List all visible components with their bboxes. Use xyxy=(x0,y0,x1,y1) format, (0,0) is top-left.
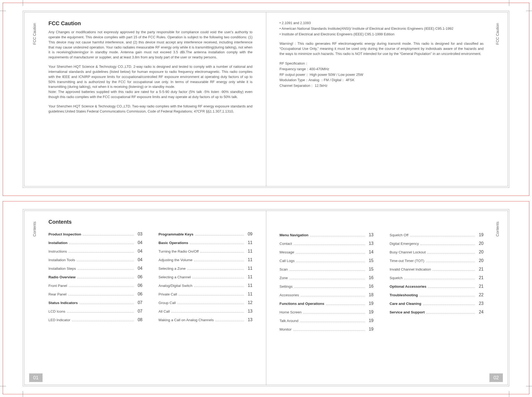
toc-row: Installation04 xyxy=(48,238,142,247)
toc-leader-dots xyxy=(200,252,244,253)
toc-leader-dots xyxy=(83,235,134,235)
toc-row: Settings16 xyxy=(280,282,374,291)
toc-row: Functions and Operations19 xyxy=(280,299,374,308)
toc-leader-dots xyxy=(215,321,244,321)
toc-col-2: Programmable Keys09Basic Operations11Tur… xyxy=(158,230,252,324)
toc-page-number: 13 xyxy=(367,239,374,248)
spec-line: RF output power： High power 50W / Low po… xyxy=(280,72,484,78)
leaf-fcc-left: FCC Caution FCC Caution Any Changes or m… xyxy=(24,12,266,186)
toc-label: Time-out Timer (TOT) xyxy=(390,257,424,264)
toc-label: All Call xyxy=(158,308,170,315)
toc-label: Talk Around xyxy=(280,317,299,324)
toc-row: Busy Channel Lockout20 xyxy=(390,248,484,256)
crop-tick xyxy=(0,11,6,11)
contents-title: Contents xyxy=(48,219,253,225)
toc-leader-dots xyxy=(178,295,244,295)
toc-label: Instructions xyxy=(48,248,67,255)
toc-leader-dots xyxy=(78,269,134,270)
toc-row: Rear Panel06 xyxy=(48,290,142,298)
toc-page-number: 13 xyxy=(246,316,253,324)
rf-spec-block: RF Specification： Frequency range：400-47… xyxy=(280,61,484,89)
toc-columns-right: Menu Navigation13Contact13Message14Call … xyxy=(280,231,484,334)
toc-label: Home Screen xyxy=(280,309,302,316)
side-tab-right: FCC Caution xyxy=(495,23,500,45)
toc-leader-dots xyxy=(294,287,365,288)
toc-leader-dots xyxy=(301,296,365,296)
toc-label: Call Logs xyxy=(280,257,295,264)
toc-row: Installation Tools04 xyxy=(48,256,142,264)
toc-row: Selecting a Zone11 xyxy=(158,264,252,273)
toc-page-number: 19 xyxy=(367,308,374,316)
toc-leader-dots xyxy=(300,322,365,322)
toc-leader-dots xyxy=(69,252,134,253)
toc-row: Product Inspection03 xyxy=(48,230,142,238)
toc-page-number: 04 xyxy=(135,256,142,264)
toc-row: Front Panel06 xyxy=(48,281,142,290)
toc-row: Group Call12 xyxy=(158,298,252,307)
toc-label: Monitor xyxy=(280,326,292,333)
toc-leader-dots xyxy=(310,236,365,236)
toc-leader-dots xyxy=(195,235,244,235)
toc-page-number: 11 xyxy=(246,247,253,256)
toc-page-number: 21 xyxy=(477,265,484,274)
toc-label: Installation Tools xyxy=(48,256,75,264)
fcc-para-1: Any Changes or modifications not express… xyxy=(48,30,253,60)
bullet-text: Institute of Electrical and Electronic E… xyxy=(282,32,394,36)
toc-label: Selecting a Channel xyxy=(158,274,191,281)
toc-label: Accessories xyxy=(280,291,299,299)
toc-row: Contact13 xyxy=(280,239,374,248)
bullet: • 2.1091 and 2.1093 xyxy=(280,20,484,26)
toc-label: LED Indicator xyxy=(48,316,70,324)
toc-page-number: 15 xyxy=(367,256,374,265)
toc-leader-dots xyxy=(410,236,475,236)
toc-label: Group Call xyxy=(158,299,176,306)
toc-page-number: 11 xyxy=(246,256,253,264)
toc-label: Radio Overview xyxy=(48,274,75,281)
toc-page-number: 08 xyxy=(135,316,142,324)
spec-line: Frequency range：400-470MHz xyxy=(280,66,484,72)
toc-row: Menu Navigation13 xyxy=(280,231,374,239)
toc-label: Installation Steps xyxy=(48,265,76,272)
toc-page-number: 11 xyxy=(246,290,253,298)
toc-row: Adjusting the Volume11 xyxy=(158,256,252,264)
toc-leader-dots xyxy=(426,262,475,262)
crop-tick xyxy=(509,0,509,6)
toc-row: All Call13 xyxy=(158,307,252,316)
toc-label: Menu Navigation xyxy=(280,231,309,239)
toc-page-number: 12 xyxy=(246,298,253,307)
toc-page-number: 07 xyxy=(135,307,142,316)
toc-label: Installation xyxy=(48,239,67,246)
toc-leader-dots xyxy=(72,321,134,321)
toc-leader-dots xyxy=(428,287,475,288)
toc-label: LCD Icons xyxy=(48,308,65,315)
toc-row: Time-out Timer (TOT)20 xyxy=(390,256,484,265)
bullet: • American National Standards Institute(… xyxy=(280,26,484,32)
toc-label: Making a Call on Analog Channels xyxy=(158,316,214,324)
fcc-para-3: Your Shenzhen HQT Science & Technology C… xyxy=(48,104,253,114)
toc-page-number: 24 xyxy=(477,308,484,316)
toc-label: Optional Accessories xyxy=(390,283,427,290)
toc-page-number: 04 xyxy=(135,247,142,256)
toc-row: Care and Cleaning23 xyxy=(390,299,484,308)
toc-page-number: 04 xyxy=(135,264,142,273)
toc-leader-dots xyxy=(69,244,134,244)
toc-leader-dots xyxy=(192,278,244,278)
toc-leader-dots xyxy=(177,304,244,304)
toc-leader-dots xyxy=(190,244,244,244)
fcc-para-2: Your Shenzhen HQT Science & Technology C… xyxy=(48,64,253,100)
toc-label: Functions and Operations xyxy=(280,300,324,307)
toc-leader-dots xyxy=(68,295,134,295)
page-frame: FCC Caution FCC Caution Any Changes or m… xyxy=(23,11,509,188)
toc-label: Squelch Off xyxy=(390,231,408,239)
toc-row: Instructions04 xyxy=(48,247,142,256)
toc-page-number: 11 xyxy=(246,273,253,281)
toc-row: Zone16 xyxy=(280,274,374,282)
toc-leader-dots xyxy=(293,330,365,331)
leaf-fcc-right: FCC Caution • 2.1091 and 2.1093 • Americ… xyxy=(266,12,508,186)
side-tab-right: Contents xyxy=(495,222,500,237)
bullet-text: 2.1091 and 2.1093 xyxy=(282,21,311,25)
crop-tick xyxy=(509,391,509,397)
toc-leader-dots xyxy=(194,261,244,261)
toc-label: Basic Operations xyxy=(158,239,188,246)
toc-row: Selecting a Channel11 xyxy=(158,273,252,281)
